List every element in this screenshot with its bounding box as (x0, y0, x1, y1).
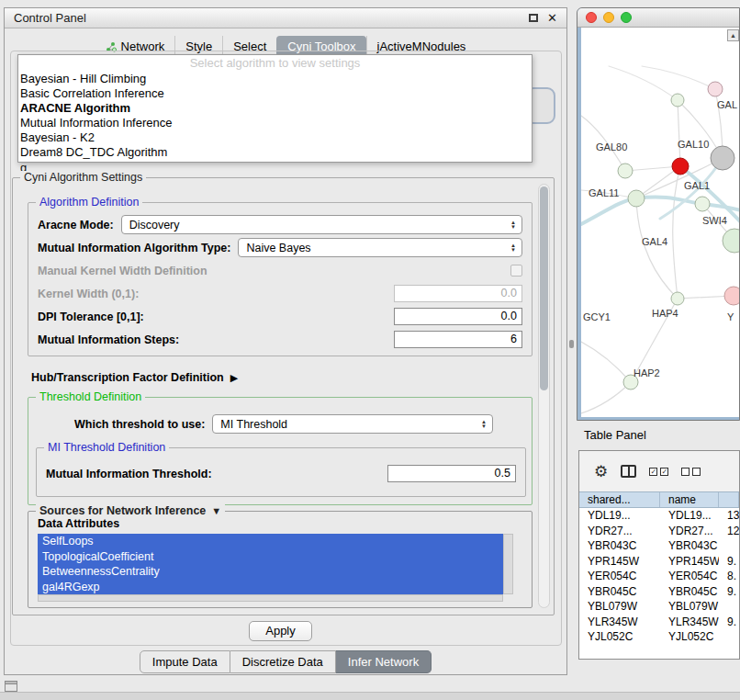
table-row[interactable]: YBR043CYBR043C (579, 538, 739, 554)
sources-title[interactable]: Sources for Network Inference ▼ (36, 504, 225, 517)
control-panel-titlebar: Control Panel ✕ (5, 8, 566, 28)
mi-threshold-field[interactable]: 0.5 (387, 465, 516, 482)
titlebar-buttons: ✕ (529, 12, 557, 24)
table-cell: 13 (719, 508, 739, 524)
mi-threshold-title: MI Threshold Definition (44, 441, 169, 454)
table-cell: YBL079W (579, 599, 660, 615)
attribute-list-item[interactable]: BetweennessCentrality (38, 564, 503, 580)
network-node-label: SWI4 (702, 215, 727, 226)
columns-icon[interactable] (621, 465, 636, 478)
zoom-window-icon[interactable] (621, 12, 632, 23)
attribute-list-hscrollbar[interactable] (38, 594, 503, 602)
float-window-icon[interactable] (529, 14, 538, 22)
column-header[interactable] (719, 492, 739, 507)
network-edge[interactable] (581, 342, 631, 382)
attribute-list-vscrollbar[interactable] (503, 534, 513, 594)
combo-arrows-icon: ▲ ▼ (478, 420, 492, 429)
algorithm-option[interactable]: Dream8 DC_TDC Algorithm (18, 145, 532, 160)
network-edge[interactable] (678, 100, 680, 166)
algorithm-option[interactable]: Mutual Information Inference (18, 116, 532, 130)
combo-arrows-icon: ▲ ▼ (508, 220, 521, 230)
network-node[interactable] (671, 94, 684, 107)
close-window-icon[interactable] (586, 12, 597, 23)
scrollbar-up-icon[interactable]: ▲ (727, 29, 739, 41)
table-row[interactable]: YBL079WYBL079W (579, 599, 739, 615)
algorithm-popup: Select algorithm to view settings Bayesi… (17, 54, 533, 163)
network-node[interactable] (708, 82, 723, 96)
minimized-panel-icon[interactable] (5, 681, 17, 692)
table-panel-title: Table Panel (584, 428, 646, 442)
kernel-width-field[interactable]: 0.0 (394, 285, 522, 302)
network-edge[interactable] (673, 166, 680, 299)
dpi-tolerance-field[interactable]: 0.0 (394, 308, 522, 325)
network-node[interactable] (628, 190, 645, 207)
dpi-tolerance-row: DPI Tolerance [0,1]: 0.0 (38, 305, 522, 328)
table-row[interactable]: YDR27...YDR27...12 (579, 524, 739, 539)
table-row[interactable]: YPR145WYPR145W9. (579, 554, 739, 570)
attribute-list-item[interactable]: SelfLoops (38, 534, 503, 549)
algorithm-option[interactable]: Bayesian - Hill Climbing (18, 72, 532, 86)
column-header[interactable]: name (660, 492, 719, 507)
splitter-handle[interactable] (569, 340, 574, 348)
table-cell: YLR345W (579, 615, 660, 630)
collapsed-arrow-icon[interactable]: ▶ (230, 373, 238, 383)
network-edge[interactable] (642, 66, 715, 89)
network-node-label: GCY1 (583, 311, 611, 322)
which-threshold-select[interactable]: MI Threshold ▲ ▼ (212, 414, 493, 434)
combo-arrows-icon: ▲ ▼ (508, 243, 521, 253)
settings-scrollbar-thumb[interactable] (540, 186, 548, 390)
column-header[interactable]: shared... (579, 492, 660, 507)
network-node[interactable] (671, 292, 684, 305)
network-edge[interactable] (636, 198, 678, 299)
spinner-down-icon: ▼ (510, 225, 516, 230)
table-cell: YJL052C (579, 629, 660, 645)
table-panel-window: ⚙✓✓ shared...name YDL19...YDL19...13YDR2… (578, 450, 740, 660)
bottom-tab-discretize-data[interactable]: Discretize Data (230, 650, 336, 673)
algorithm-option[interactable]: ARACNE Algorithm (18, 101, 532, 116)
table-row[interactable]: YBR045CYBR045C9. (579, 584, 739, 600)
table-cell: 12 (719, 524, 739, 539)
network-node[interactable] (618, 164, 633, 178)
kernel-width-row: Kernel Width (0,1): 0.0 (38, 282, 522, 305)
hub-definition-toggle[interactable]: Hub/Transcription Factor Definition ▶ (31, 371, 238, 384)
attribute-list-item[interactable]: TopologicalCoefficient (38, 549, 503, 565)
settings-scrollbar[interactable] (538, 184, 550, 608)
table-row[interactable]: YDL19...YDL19...13 (579, 508, 739, 524)
mi-type-select[interactable]: Naive Bayes ▲ ▼ (238, 238, 522, 257)
minimize-window-icon[interactable] (603, 12, 614, 23)
network-edge[interactable] (581, 382, 631, 413)
algorithm-placeholder-option[interactable]: Select algorithm to view settings (18, 55, 532, 72)
table-cell: YER054C (579, 569, 660, 584)
network-graph: GALGAL80GAL10GAL11GAL1SWI4GAL4GCY1HAP4YH… (581, 28, 740, 417)
gear-icon[interactable]: ⚙ (594, 464, 608, 480)
table-row[interactable]: YLR345WYLR345W9. (579, 615, 739, 630)
attribute-list-item[interactable]: gal4RGexp (38, 580, 503, 595)
table-row[interactable]: YER054CYER054C8. (579, 569, 739, 584)
hide-columns-icon[interactable] (681, 468, 701, 476)
aracne-mode-select[interactable]: Discovery ▲ ▼ (121, 215, 522, 234)
table-row[interactable]: YJL052CYJL052C (579, 629, 739, 645)
hub-definition-label: Hub/Transcription Factor Definition (31, 371, 224, 384)
expanded-arrow-icon[interactable]: ▼ (211, 506, 221, 516)
network-node[interactable] (711, 146, 734, 170)
algorithm-option[interactable]: Basic Correlation Inference (18, 86, 532, 101)
spinner-down-icon: ▼ (481, 424, 487, 429)
threshold-definition-group: Threshold Definition Which threshold to … (28, 397, 533, 505)
network-node-label: Y (727, 311, 734, 322)
table-cell: YPR145W (660, 554, 719, 570)
network-node[interactable] (724, 287, 740, 305)
bottom-tab-infer-network[interactable]: Infer Network (336, 650, 432, 673)
network-node[interactable] (723, 229, 740, 253)
bottom-tab-impute-data[interactable]: Impute Data (140, 650, 230, 673)
network-canvas[interactable]: GALGAL80GAL10GAL11GAL1SWI4GAL4GCY1HAP4YH… (581, 28, 740, 417)
show-columns-icon[interactable]: ✓✓ (649, 468, 668, 476)
which-threshold-value: MI Threshold (220, 418, 478, 431)
network-node[interactable] (672, 158, 689, 175)
close-panel-icon[interactable]: ✕ (547, 12, 557, 24)
network-node[interactable] (695, 197, 710, 211)
algorithm-option[interactable]: Bayesian - K2 (18, 130, 532, 145)
manual-kernel-checkbox[interactable] (510, 265, 522, 277)
apply-button[interactable]: Apply (249, 621, 312, 641)
aracne-mode-label: Aracne Mode: (38, 219, 114, 231)
mi-steps-field[interactable]: 6 (394, 331, 522, 348)
